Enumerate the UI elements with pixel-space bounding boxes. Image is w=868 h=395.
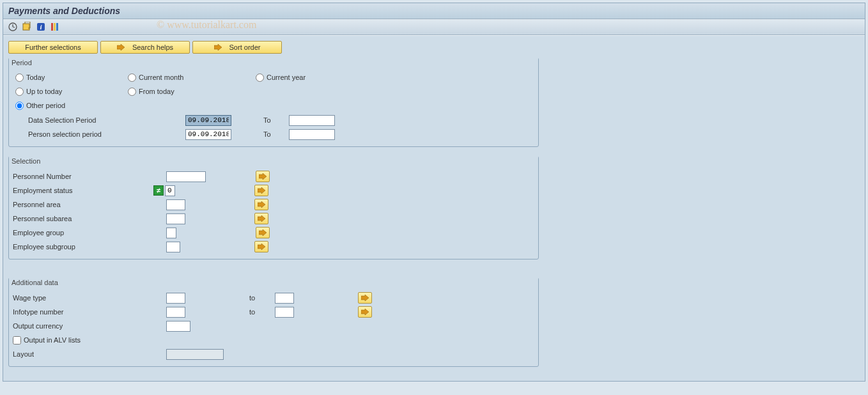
radio-current-month[interactable]: Current month [128,74,183,82]
svg-rect-8 [56,23,58,31]
personnel-number-multi-button[interactable] [256,171,270,182]
employee-subgroup-multi-button[interactable] [254,241,268,252]
selection-group: Selection Personnel Number Employment st… [8,156,539,259]
employee-group-multi-button[interactable] [256,227,270,238]
infotype-multi-button[interactable] [358,306,372,318]
app-toolbar: i © www.tutorialkart.com [3,19,865,35]
employment-status-multi-button[interactable] [254,185,268,196]
svg-marker-10 [214,44,222,50]
alv-checkbox[interactable]: Output in ALV lists [13,336,81,345]
personnel-area-multi-button[interactable] [254,199,268,210]
execute-icon[interactable] [7,21,19,33]
svg-marker-11 [259,173,267,180]
radio-other-period[interactable]: Other period [15,102,65,110]
svg-line-2 [13,27,15,27]
wage-type-from-input[interactable] [166,293,185,304]
variant-icon[interactable] [21,21,33,33]
further-selections-button[interactable]: Further selections [8,41,98,54]
svg-marker-16 [258,244,265,250]
page-title: Payments and Deductions [3,3,865,19]
infotype-to-label: to [249,308,275,316]
radio-up-to-today[interactable]: Up to today [15,88,62,96]
svg-marker-15 [259,229,267,236]
personnel-area-label: Personnel area [13,201,153,208]
person-selection-period-label: Person selection period [13,130,128,138]
svg-rect-6 [51,23,53,31]
personnel-subarea-multi-button[interactable] [254,213,268,224]
employee-group-input[interactable] [166,228,176,238]
search-helps-button[interactable]: Search helps [100,41,190,54]
personnel-area-input[interactable] [166,199,185,210]
infotype-from-input[interactable] [166,307,185,318]
personnel-number-label: Personnel Number [13,173,153,180]
svg-marker-12 [258,187,265,194]
layout-label: Layout [13,350,153,358]
svg-marker-13 [258,201,265,208]
data-selection-from-input[interactable] [185,115,231,126]
employee-subgroup-label: Employee subgroup [13,243,153,251]
employee-group-label: Employee group [13,229,153,236]
wage-type-multi-button[interactable] [358,292,372,304]
layout-input[interactable] [166,349,224,360]
infotype-number-label: Infotype number [13,308,153,316]
personnel-subarea-label: Personnel subarea [13,215,153,222]
svg-rect-7 [54,23,56,31]
structure-icon[interactable] [49,21,61,33]
output-currency-input[interactable] [166,321,190,332]
wage-type-label: Wage type [13,294,153,302]
radio-current-year[interactable]: Current year [256,74,306,82]
watermark-text: © www.tutorialkart.com [157,19,256,31]
arrow-right-icon [117,44,125,50]
personnel-number-input[interactable] [166,171,206,182]
radio-today[interactable]: Today [15,74,45,82]
period-group: Period Today Current month Current year [8,58,539,147]
person-selection-to-label: To [263,130,289,138]
output-currency-label: Output currency [13,322,153,330]
infotype-to-input[interactable] [275,307,294,318]
person-selection-to-input[interactable] [289,129,335,140]
data-selection-to-input[interactable] [289,115,335,126]
employment-status-input[interactable] [165,185,175,196]
svg-marker-18 [361,309,369,315]
selection-group-title: Selection [9,156,538,166]
not-equal-icon[interactable]: ≠ [153,185,164,196]
personnel-subarea-input[interactable] [166,213,185,224]
svg-marker-17 [361,295,369,301]
arrow-right-icon [214,44,222,50]
additional-data-group-title: Additional data [9,277,538,288]
period-group-title: Period [9,58,538,68]
svg-marker-9 [117,44,125,50]
sort-order-button[interactable]: Sort order [192,41,282,54]
additional-data-group: Additional data Wage type to Infotype nu… [8,277,539,367]
svg-rect-3 [23,24,29,30]
data-selection-period-label: Data Selection Period [13,116,128,124]
employee-subgroup-input[interactable] [166,242,180,252]
svg-marker-14 [258,215,265,222]
employment-status-label: Employment status [13,187,153,194]
radio-from-today[interactable]: From today [128,88,174,96]
wage-type-to-label: to [249,294,275,302]
person-selection-from-input[interactable] [185,129,231,140]
wage-type-to-input[interactable] [275,293,294,304]
data-selection-to-label: To [263,116,289,124]
info-icon[interactable]: i [35,21,47,33]
